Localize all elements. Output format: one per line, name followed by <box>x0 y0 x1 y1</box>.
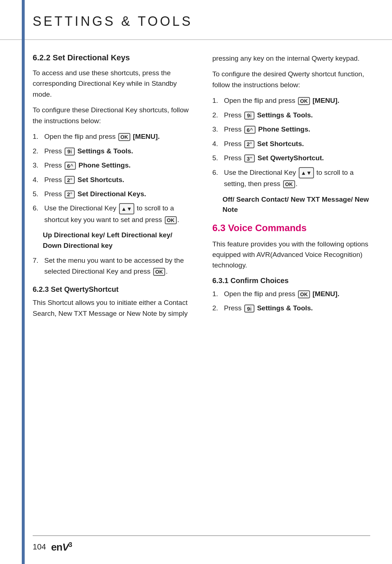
phone-settings-label-1: Phone Settings. <box>78 161 131 169</box>
step-622-7: 7. Set the menu you want to be accessed … <box>33 255 191 277</box>
step-622-4: 4. Press 2° Set Shortcuts. <box>33 174 191 185</box>
ok-key-r1: OK <box>298 97 310 105</box>
step-622-5: 5. Press 2° Set Directional Keys. <box>33 189 191 199</box>
ok-key-2: OK <box>165 216 177 224</box>
step-631-2: 2. Press 9i Settings & Tools. <box>212 303 370 313</box>
brand-text-en: en <box>51 541 62 553</box>
key-9-631: 9i <box>244 305 254 313</box>
menu-label-r1: [MENU]. <box>313 97 339 104</box>
section-622-heading: 6.2.2 Set Directional Keys <box>33 53 191 63</box>
page-footer: 104 enV3 <box>33 535 370 553</box>
ok-key-1: OK <box>118 133 130 141</box>
brand-text-num: 3 <box>69 541 72 548</box>
settings-tools-label-631: Settings & Tools. <box>257 304 313 312</box>
right-step-6: 6. Use the Directional Key ▲▼ to scroll … <box>212 167 370 189</box>
section-631-steps: 1. Open the flip and press OK [MENU]. 2.… <box>212 289 370 314</box>
key-9-1: 9i <box>65 148 75 156</box>
section-623-heading: 6.2.3 Set QwertyShortcut <box>33 285 191 294</box>
menu-label-1: [MENU]. <box>133 133 160 140</box>
settings-tools-label-1: Settings & Tools. <box>77 147 133 155</box>
section-622-steps: 1. Open the flip and press OK [MENU]. 2.… <box>33 131 191 225</box>
step-622-2: 2. Press 9i Settings & Tools. <box>33 146 191 156</box>
phone-settings-label-r1: Phone Settings. <box>258 125 310 133</box>
ok-key-3: OK <box>153 268 165 276</box>
right-step-4: 4. Press 2° Set Shortcuts. <box>212 138 370 149</box>
page-title: SETTINGS & TOOLS <box>33 14 193 29</box>
key-2-r1: 2° <box>244 140 254 148</box>
ok-key-631-1: OK <box>298 290 310 298</box>
section-623-text: This Shortcut allows you to initiate eit… <box>33 297 191 319</box>
left-bar-decoration <box>22 0 25 564</box>
page-container: SETTINGS & TOOLS 6.2.2 Set Directional K… <box>0 0 392 564</box>
key-2-1: 2° <box>65 176 75 184</box>
step-622-3: 3. Press 6^ Phone Settings. <box>33 160 191 170</box>
section-622-intro2: To configure these Directional Key short… <box>33 105 191 126</box>
step-622-6: 6. Use the Directional Key ▲▼ to scroll … <box>33 203 191 225</box>
directional-key-1: ▲▼ <box>119 203 134 214</box>
settings-tools-label-r1: Settings & Tools. <box>257 111 313 119</box>
section-622-step7-list: 7. Set the menu you want to be accessed … <box>33 255 191 277</box>
section-63-text: This feature provides you with the follo… <box>212 239 370 271</box>
page-header: SETTINGS & TOOLS <box>0 0 392 40</box>
section-631-heading: 6.3.1 Confirm Choices <box>212 277 370 285</box>
right-step-5: 5. Press 3" Set QwertyShortcut. <box>212 153 370 163</box>
key-2-2: 2° <box>65 190 75 198</box>
content-area: 6.2.2 Set Directional Keys To access and… <box>0 40 392 346</box>
menu-label-631-1: [MENU]. <box>313 290 339 298</box>
right-step-3: 3. Press 6^ Phone Settings. <box>212 124 370 134</box>
set-shortcuts-label-1: Set Shortcuts. <box>77 176 124 184</box>
page-number: 104 <box>33 542 46 552</box>
right-intro1: pressing any key on the internal Qwerty … <box>212 53 370 64</box>
key-6-1: 6^ <box>65 162 76 170</box>
set-shortcuts-label-r1: Set Shortcuts. <box>257 140 304 148</box>
set-directional-keys-label: Set Directional Keys. <box>77 190 146 198</box>
step-631-1: 1. Open the flip and press OK [MENU]. <box>212 289 370 299</box>
section-622-intro1: To access and use these shortcuts, press… <box>33 68 191 100</box>
right-intro2: To configure the desired Qwerty shortcut… <box>212 69 370 90</box>
directional-keys-list: Up Directional key/ Left Directional key… <box>43 230 191 251</box>
key-9-r1: 9i <box>244 112 254 120</box>
set-qwerty-label-r1: Set QwertyShortcut. <box>258 154 324 162</box>
right-step-1: 1. Open the flip and press OK [MENU]. <box>212 95 370 106</box>
ok-key-r2: OK <box>283 180 295 188</box>
key-6-r1: 6^ <box>244 126 256 134</box>
step-622-1: 1. Open the flip and press OK [MENU]. <box>33 131 191 142</box>
right-steps-list: 1. Open the flip and press OK [MENU]. 2.… <box>212 95 370 189</box>
qwerty-options-list: Off/ Search Contact/ New TXT Message/ Ne… <box>222 194 370 215</box>
left-column: 6.2.2 Set Directional Keys To access and… <box>33 53 191 324</box>
key-3-r1: 3" <box>244 154 255 162</box>
section-63-heading: 6.3 Voice Commands <box>212 222 370 234</box>
right-column: pressing any key on the internal Qwerty … <box>205 53 370 324</box>
brand-logo: enV3 <box>51 541 72 553</box>
right-step-2: 2. Press 9i Settings & Tools. <box>212 110 370 120</box>
directional-key-r1: ▲▼ <box>299 167 314 178</box>
brand-text-v: V <box>62 541 69 553</box>
